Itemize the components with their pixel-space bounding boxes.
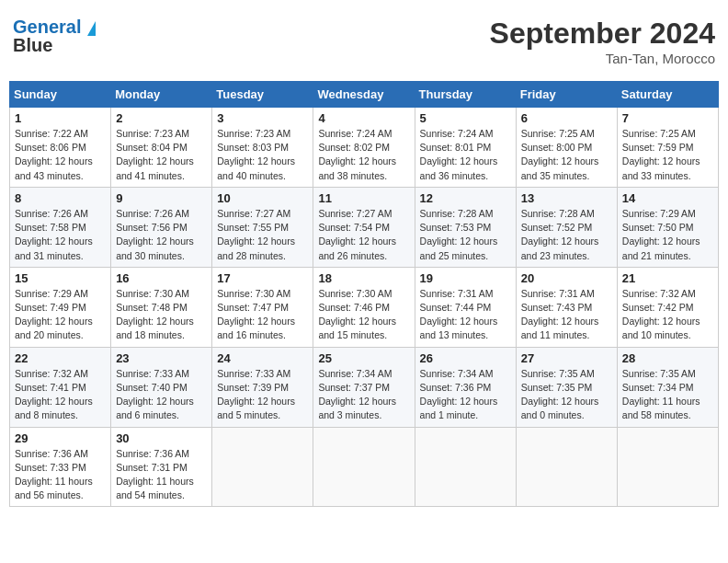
table-row: 8 Sunrise: 7:26 AMSunset: 7:58 PMDayligh… — [10, 187, 111, 267]
day-info: Sunrise: 7:33 AMSunset: 7:40 PMDaylight:… — [116, 367, 207, 423]
day-number: 14 — [622, 191, 713, 205]
table-row: 20 Sunrise: 7:31 AMSunset: 7:43 PMDaylig… — [516, 267, 617, 347]
table-row — [415, 427, 516, 507]
table-row: 23 Sunrise: 7:33 AMSunset: 7:40 PMDaylig… — [111, 347, 212, 427]
day-info: Sunrise: 7:22 AMSunset: 8:06 PMDaylight:… — [15, 127, 106, 183]
day-info: Sunrise: 7:31 AMSunset: 7:44 PMDaylight:… — [420, 287, 511, 343]
table-row: 22 Sunrise: 7:32 AMSunset: 7:41 PMDaylig… — [10, 347, 111, 427]
day-number: 24 — [217, 351, 308, 365]
logo-line2: Blue — [13, 35, 52, 56]
day-number: 28 — [622, 351, 713, 365]
day-info: Sunrise: 7:23 AMSunset: 8:03 PMDaylight:… — [217, 127, 308, 183]
day-info: Sunrise: 7:29 AMSunset: 7:50 PMDaylight:… — [622, 207, 713, 263]
header-wednesday: Wednesday — [313, 82, 415, 108]
day-number: 9 — [116, 191, 207, 205]
day-info: Sunrise: 7:34 AMSunset: 7:36 PMDaylight:… — [420, 367, 511, 423]
day-number: 29 — [15, 431, 106, 445]
table-row — [313, 427, 415, 507]
day-info: Sunrise: 7:31 AMSunset: 7:43 PMDaylight:… — [521, 287, 612, 343]
day-info: Sunrise: 7:34 AMSunset: 7:37 PMDaylight:… — [318, 367, 409, 423]
day-number: 6 — [521, 111, 612, 125]
day-number: 17 — [217, 271, 308, 285]
title-section: September 2024 Tan-Tan, Morocco — [490, 17, 715, 66]
table-row: 21 Sunrise: 7:32 AMSunset: 7:42 PMDaylig… — [617, 267, 718, 347]
table-row: 3 Sunrise: 7:23 AMSunset: 8:03 PMDayligh… — [212, 108, 313, 188]
day-info: Sunrise: 7:30 AMSunset: 7:46 PMDaylight:… — [318, 287, 409, 343]
table-row — [617, 427, 718, 507]
day-info: Sunrise: 7:26 AMSunset: 7:58 PMDaylight:… — [15, 207, 106, 263]
table-row: 18 Sunrise: 7:30 AMSunset: 7:46 PMDaylig… — [313, 267, 415, 347]
table-row: 27 Sunrise: 7:35 AMSunset: 7:35 PMDaylig… — [516, 347, 617, 427]
header-saturday: Saturday — [617, 82, 718, 108]
day-number: 10 — [217, 191, 308, 205]
table-row: 5 Sunrise: 7:24 AMSunset: 8:01 PMDayligh… — [415, 108, 516, 188]
table-row: 26 Sunrise: 7:34 AMSunset: 7:36 PMDaylig… — [415, 347, 516, 427]
day-number: 25 — [318, 351, 409, 365]
day-number: 20 — [521, 271, 612, 285]
table-row: 6 Sunrise: 7:25 AMSunset: 8:00 PMDayligh… — [516, 108, 617, 188]
calendar-table: Sunday Monday Tuesday Wednesday Thursday… — [9, 81, 719, 507]
day-number: 11 — [318, 191, 409, 205]
day-number: 26 — [420, 351, 511, 365]
day-info: Sunrise: 7:24 AMSunset: 8:01 PMDaylight:… — [420, 127, 511, 183]
day-info: Sunrise: 7:33 AMSunset: 7:39 PMDaylight:… — [217, 367, 308, 423]
day-info: Sunrise: 7:36 AMSunset: 7:31 PMDaylight:… — [116, 447, 207, 503]
day-number: 16 — [116, 271, 207, 285]
day-number: 15 — [15, 271, 106, 285]
day-number: 21 — [622, 271, 713, 285]
day-info: Sunrise: 7:30 AMSunset: 7:47 PMDaylight:… — [217, 287, 308, 343]
table-row: 1 Sunrise: 7:22 AMSunset: 8:06 PMDayligh… — [10, 108, 111, 188]
table-row — [212, 427, 313, 507]
table-row: 9 Sunrise: 7:26 AMSunset: 7:56 PMDayligh… — [111, 187, 212, 267]
logo-text: General — [13, 17, 96, 37]
table-row: 10 Sunrise: 7:27 AMSunset: 7:55 PMDaylig… — [212, 187, 313, 267]
day-info: Sunrise: 7:25 AMSunset: 7:59 PMDaylight:… — [622, 127, 713, 183]
day-info: Sunrise: 7:24 AMSunset: 8:02 PMDaylight:… — [318, 127, 409, 183]
day-number: 13 — [521, 191, 612, 205]
table-row: 17 Sunrise: 7:30 AMSunset: 7:47 PMDaylig… — [212, 267, 313, 347]
header-sunday: Sunday — [10, 82, 111, 108]
day-info: Sunrise: 7:28 AMSunset: 7:53 PMDaylight:… — [420, 207, 511, 263]
day-number: 12 — [420, 191, 511, 205]
day-number: 5 — [420, 111, 511, 125]
header-friday: Friday — [516, 82, 617, 108]
day-info: Sunrise: 7:23 AMSunset: 8:04 PMDaylight:… — [116, 127, 207, 183]
day-info: Sunrise: 7:32 AMSunset: 7:41 PMDaylight:… — [15, 367, 106, 423]
day-number: 8 — [15, 191, 106, 205]
day-number: 4 — [318, 111, 409, 125]
table-row: 24 Sunrise: 7:33 AMSunset: 7:39 PMDaylig… — [212, 347, 313, 427]
header-tuesday: Tuesday — [212, 82, 313, 108]
header-monday: Monday — [111, 82, 212, 108]
day-info: Sunrise: 7:25 AMSunset: 8:00 PMDaylight:… — [521, 127, 612, 183]
day-info: Sunrise: 7:35 AMSunset: 7:34 PMDaylight:… — [622, 367, 713, 423]
table-row: 2 Sunrise: 7:23 AMSunset: 8:04 PMDayligh… — [111, 108, 212, 188]
page-header: General Blue September 2024 Tan-Tan, Mor… — [9, 9, 719, 74]
table-row: 19 Sunrise: 7:31 AMSunset: 7:44 PMDaylig… — [415, 267, 516, 347]
table-row — [516, 427, 617, 507]
day-number: 22 — [15, 351, 106, 365]
table-row: 12 Sunrise: 7:28 AMSunset: 7:53 PMDaylig… — [415, 187, 516, 267]
table-row: 7 Sunrise: 7:25 AMSunset: 7:59 PMDayligh… — [617, 108, 718, 188]
table-row: 4 Sunrise: 7:24 AMSunset: 8:02 PMDayligh… — [313, 108, 415, 188]
logo: General Blue — [13, 17, 96, 56]
day-number: 1 — [15, 111, 106, 125]
table-row: 30 Sunrise: 7:36 AMSunset: 7:31 PMDaylig… — [111, 427, 212, 507]
day-info: Sunrise: 7:36 AMSunset: 7:33 PMDaylight:… — [15, 447, 106, 503]
day-info: Sunrise: 7:28 AMSunset: 7:52 PMDaylight:… — [521, 207, 612, 263]
day-info: Sunrise: 7:32 AMSunset: 7:42 PMDaylight:… — [622, 287, 713, 343]
day-number: 27 — [521, 351, 612, 365]
day-number: 19 — [420, 271, 511, 285]
day-info: Sunrise: 7:26 AMSunset: 7:56 PMDaylight:… — [116, 207, 207, 263]
day-number: 23 — [116, 351, 207, 365]
header-thursday: Thursday — [415, 82, 516, 108]
day-number: 7 — [622, 111, 713, 125]
day-info: Sunrise: 7:35 AMSunset: 7:35 PMDaylight:… — [521, 367, 612, 423]
table-row: 11 Sunrise: 7:27 AMSunset: 7:54 PMDaylig… — [313, 187, 415, 267]
day-number: 18 — [318, 271, 409, 285]
day-number: 30 — [116, 431, 207, 445]
month-title: September 2024 — [490, 17, 715, 51]
day-info: Sunrise: 7:30 AMSunset: 7:48 PMDaylight:… — [116, 287, 207, 343]
day-info: Sunrise: 7:27 AMSunset: 7:55 PMDaylight:… — [217, 207, 308, 263]
table-row: 14 Sunrise: 7:29 AMSunset: 7:50 PMDaylig… — [617, 187, 718, 267]
table-row: 13 Sunrise: 7:28 AMSunset: 7:52 PMDaylig… — [516, 187, 617, 267]
